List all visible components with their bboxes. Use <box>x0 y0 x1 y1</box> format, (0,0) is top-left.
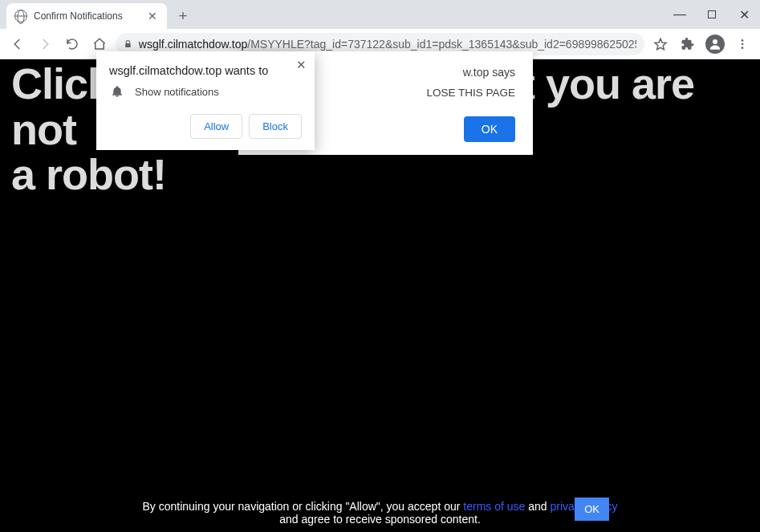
avatar-icon <box>705 35 725 54</box>
consent-footer: By continuing your navigation or clickin… <box>0 500 760 526</box>
nav-forward-button[interactable] <box>34 33 56 55</box>
footer-and: and <box>525 500 550 513</box>
profile-button[interactable] <box>704 33 726 55</box>
browser-menu-button[interactable] <box>731 33 754 55</box>
terms-link[interactable]: terms of use <box>463 500 525 513</box>
tab-title: Confirm Notifications <box>34 10 146 22</box>
footer-ok-button[interactable]: OK <box>575 497 609 521</box>
footer-text-1: By continuing your navigation or clickin… <box>142 500 463 513</box>
titlebar: Confirm Notifications ✕ + — ✕ <box>0 0 760 29</box>
window-controls: — ✕ <box>664 0 760 29</box>
notification-origin: wsglf.cilmatchdow.top wants to <box>109 64 302 77</box>
globe-icon <box>14 10 27 22</box>
window-maximize-button[interactable] <box>696 0 728 29</box>
notification-body: Show notifications <box>135 86 219 98</box>
footer-text-2: and agree to receive sponsored content. <box>279 513 481 526</box>
new-tab-button[interactable]: + <box>172 5 194 27</box>
nav-reload-button[interactable] <box>61 33 83 55</box>
notification-permission-dialog: ✕ wsglf.cilmatchdow.top wants to Show no… <box>96 51 315 150</box>
svg-point-2 <box>742 43 744 45</box>
svg-point-3 <box>742 47 744 49</box>
url-text: wsglf.cilmatchdow.top/MSYYHLE?tag_id=737… <box>139 38 636 51</box>
bookmark-button[interactable] <box>649 33 672 55</box>
window-minimize-button[interactable]: — <box>664 0 696 29</box>
tab-close-button[interactable]: ✕ <box>146 10 159 22</box>
notification-allow-button[interactable]: Allow <box>190 114 242 139</box>
notification-close-button[interactable]: ✕ <box>296 58 307 72</box>
extensions-button[interactable] <box>677 33 699 55</box>
svg-point-1 <box>742 39 744 42</box>
nav-back-button[interactable] <box>6 33 29 55</box>
notification-block-button[interactable]: Block <box>249 114 302 139</box>
window-close-button[interactable]: ✕ <box>728 0 760 29</box>
js-alert-ok-button[interactable]: OK <box>464 116 515 142</box>
lock-icon <box>124 39 132 50</box>
bell-icon <box>111 85 124 98</box>
browser-tab[interactable]: Confirm Notifications ✕ <box>6 3 167 29</box>
svg-point-0 <box>713 39 717 44</box>
